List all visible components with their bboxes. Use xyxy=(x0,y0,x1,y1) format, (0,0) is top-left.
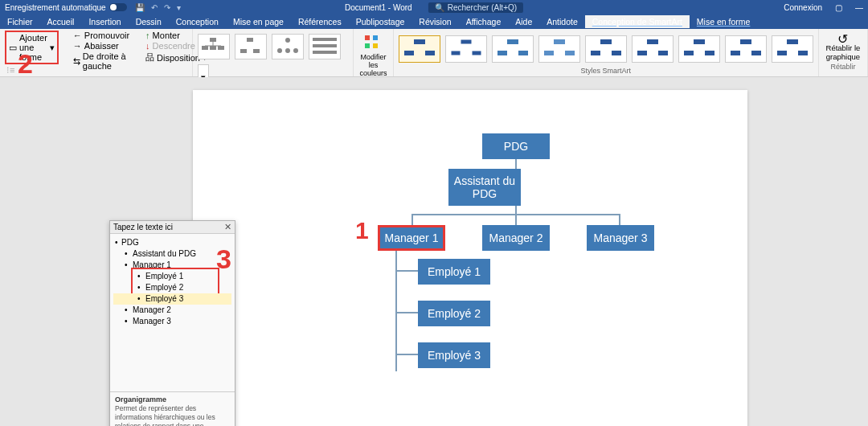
svg-rect-38 xyxy=(694,39,705,44)
tab-smartart-design[interactable]: Conception de SmartArt xyxy=(585,15,690,28)
tab-mise-en-forme[interactable]: Mise en forme xyxy=(690,15,758,28)
style-thumb[interactable] xyxy=(585,35,627,63)
node-employee-3[interactable]: Employé 3 xyxy=(418,342,490,368)
tab-references[interactable]: Références xyxy=(291,15,349,28)
style-thumb[interactable] xyxy=(725,35,767,63)
titlebar: Enregistrement automatique 💾 ↶ ↷ ▾ Docum… xyxy=(0,0,868,14)
tab-revision[interactable]: Révision xyxy=(411,15,458,28)
modify-colors-button[interactable]: Modifier les couleurs xyxy=(358,29,388,77)
node-employee-2[interactable]: Employé 2 xyxy=(418,301,490,326)
styles-group-label: Styles SmartArt xyxy=(399,65,813,75)
text-pane-title: Tapez le texte ici xyxy=(113,223,173,231)
ribbon-group-reset: ↺ Rétablir le graphique Rétablir xyxy=(819,29,868,76)
style-thumb[interactable] xyxy=(538,35,580,63)
layout-thumb[interactable] xyxy=(272,34,304,59)
list-item[interactable]: Assistant du PDG xyxy=(113,248,231,260)
tab-accueil[interactable]: Accueil xyxy=(40,15,82,28)
redo-icon[interactable]: ↷ xyxy=(164,3,170,12)
svg-rect-40 xyxy=(705,51,714,55)
list-item[interactable]: Employé 1 xyxy=(113,271,231,282)
footer-body: Permet de représenter des informations h… xyxy=(115,404,227,426)
style-thumb[interactable] xyxy=(492,35,534,63)
tab-antidote[interactable]: Antidote xyxy=(539,15,585,28)
svg-point-11 xyxy=(285,48,290,53)
undo-icon[interactable]: ↶ xyxy=(151,3,158,12)
node-pdg[interactable]: PDG xyxy=(482,133,550,159)
svg-rect-15 xyxy=(313,51,337,54)
document-canvas[interactable]: PDG Assistant du PDG Manager 1 Manager 2… xyxy=(0,77,868,426)
text-pane-footer: Organigramme Permet de représenter des i… xyxy=(110,391,235,426)
login-button[interactable]: Connexion xyxy=(784,3,822,12)
node-manager-1[interactable]: Manager 1 xyxy=(378,225,445,251)
search-placeholder: Rechercher (Alt+Q) xyxy=(448,3,517,12)
list-item[interactable]: Manager 3 xyxy=(113,316,231,327)
svg-rect-14 xyxy=(313,44,337,47)
node-manager-2[interactable]: Manager 2 xyxy=(482,225,550,251)
rtl-button[interactable]: ⇆De droite à gauche xyxy=(72,51,131,71)
tab-mise-en-page[interactable]: Mise en page xyxy=(226,15,291,28)
svg-rect-3 xyxy=(218,46,224,50)
svg-rect-8 xyxy=(253,49,260,53)
node-assistant[interactable]: Assistant du PDG xyxy=(448,169,521,206)
text-pane-body[interactable]: PDG Assistant du PDG Manager 1 Employé 1… xyxy=(110,234,235,391)
tab-affichage[interactable]: Affichage xyxy=(459,15,509,28)
svg-rect-0 xyxy=(210,38,216,42)
save-icon[interactable]: 💾 xyxy=(135,3,145,12)
document-title: Document1 - Word xyxy=(345,3,412,12)
svg-rect-20 xyxy=(414,39,425,44)
smartart-orgchart[interactable]: PDG Assistant du PDG Manager 1 Manager 2… xyxy=(370,133,707,391)
svg-rect-23 xyxy=(461,39,472,44)
ribbon: ▭ Ajouter une forme ▾ ⁝≡ ▤ Volet Texte ←… xyxy=(0,29,868,77)
style-thumb[interactable] xyxy=(399,35,440,63)
style-thumb[interactable] xyxy=(632,35,674,63)
close-icon[interactable]: ✕ xyxy=(224,222,231,232)
svg-rect-32 xyxy=(600,39,612,44)
svg-rect-45 xyxy=(777,51,787,55)
layout-thumb[interactable] xyxy=(198,34,230,59)
styles-gallery[interactable] xyxy=(399,31,813,63)
tab-fichier[interactable]: Fichier xyxy=(0,15,40,28)
svg-rect-17 xyxy=(373,35,378,40)
autosave-toggle[interactable]: Enregistrement automatique xyxy=(5,3,127,12)
node-manager-3[interactable]: Manager 3 xyxy=(587,225,654,251)
svg-rect-24 xyxy=(451,51,461,55)
callout-1: 1 xyxy=(355,217,369,244)
style-thumb[interactable] xyxy=(772,35,813,63)
svg-rect-30 xyxy=(544,51,554,55)
svg-rect-7 xyxy=(240,49,247,53)
svg-rect-29 xyxy=(554,39,565,44)
demote-button[interactable]: →Abaisser xyxy=(72,41,131,51)
reset-graphic-button[interactable]: ↺ Rétablir le graphique xyxy=(824,35,862,61)
style-thumb[interactable] xyxy=(678,35,720,63)
svg-rect-44 xyxy=(787,39,798,44)
footer-title: Organigramme xyxy=(115,395,166,403)
layout-thumb[interactable] xyxy=(235,34,267,59)
menu-bar: Fichier Accueil Insertion Dessin Concept… xyxy=(0,14,868,29)
svg-rect-19 xyxy=(373,43,378,48)
style-thumb[interactable] xyxy=(445,35,487,63)
smartart-text-pane[interactable]: Tapez le texte ici ✕ PDG Assistant du PD… xyxy=(109,220,235,426)
minimize-icon[interactable]: — xyxy=(855,3,863,12)
tab-dessin[interactable]: Dessin xyxy=(129,15,169,28)
tab-conception[interactable]: Conception xyxy=(169,15,226,28)
tab-insertion[interactable]: Insertion xyxy=(81,15,128,28)
toggle-switch[interactable] xyxy=(109,3,127,11)
svg-rect-25 xyxy=(472,51,481,55)
svg-rect-36 xyxy=(637,51,647,55)
list-item[interactable]: PDG xyxy=(113,237,231,248)
search-box[interactable]: 🔍 Rechercher (Alt+Q) xyxy=(428,2,523,13)
ribbon-group-colors: Modifier les couleurs xyxy=(354,29,394,76)
promote-button[interactable]: ←Promouvoir xyxy=(72,31,131,40)
qat-dropdown-icon[interactable]: ▾ xyxy=(177,3,181,12)
list-item[interactable]: Employé 2 xyxy=(113,282,231,293)
ribbon-options-icon[interactable]: ▢ xyxy=(835,3,842,12)
autosave-label: Enregistrement automatique xyxy=(5,3,106,12)
svg-rect-33 xyxy=(591,51,600,55)
svg-rect-22 xyxy=(425,51,435,55)
tab-aide[interactable]: Aide xyxy=(508,15,539,28)
list-item[interactable]: Manager 2 xyxy=(113,305,231,316)
list-item[interactable]: Employé 3 xyxy=(113,293,231,305)
node-employee-1[interactable]: Employé 1 xyxy=(418,259,490,285)
layout-thumb[interactable] xyxy=(309,34,341,59)
tab-publipostage[interactable]: Publipostage xyxy=(349,15,412,28)
